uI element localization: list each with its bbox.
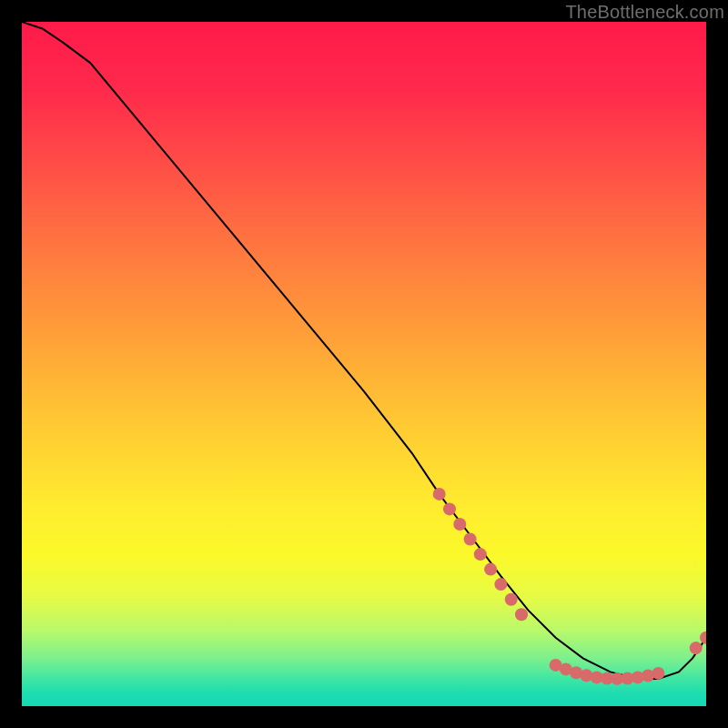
plot-overlay-svg <box>22 22 706 706</box>
data-point <box>484 563 497 576</box>
data-point <box>494 578 507 591</box>
chart-stage: TheBottleneck.com <box>0 0 728 728</box>
data-point <box>652 667 664 680</box>
bottleneck-curve <box>22 22 706 679</box>
plot-area <box>22 22 706 706</box>
data-point <box>690 642 703 654</box>
data-point <box>433 488 446 500</box>
data-point <box>700 632 706 644</box>
data-points-group <box>433 488 706 685</box>
data-point <box>453 518 466 531</box>
data-point <box>505 593 518 606</box>
watermark-label: TheBottleneck.com <box>565 2 724 23</box>
data-point <box>464 533 477 546</box>
data-point <box>443 502 456 515</box>
data-point <box>515 608 528 621</box>
data-point <box>474 548 487 561</box>
